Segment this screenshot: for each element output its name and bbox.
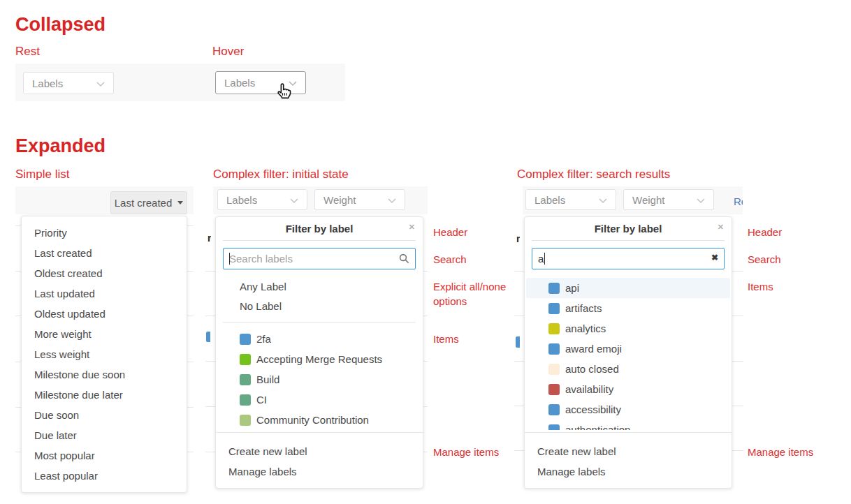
label-color-chip — [548, 283, 560, 294]
background-label-chip-fragment — [206, 332, 210, 342]
create-new-label-link[interactable]: Create new label — [525, 441, 732, 461]
annotation-search: Search — [748, 252, 781, 267]
sort-option[interactable]: Oldest created — [22, 263, 187, 283]
manage-labels-link[interactable]: Manage labels — [525, 461, 732, 482]
rest-state-label: Rest — [15, 45, 40, 59]
reset-labels-link-clipped[interactable]: Res — [734, 195, 743, 207]
label-name: Build — [256, 373, 279, 385]
clear-search-icon[interactable]: ✖ — [711, 253, 718, 262]
label-row[interactable]: auto closed — [526, 359, 730, 379]
label-name: auto closed — [565, 363, 619, 375]
sort-option[interactable]: Priority — [22, 223, 187, 243]
label-color-chip — [548, 364, 560, 375]
sort-option[interactable]: More weight — [22, 324, 187, 344]
panel-footer: Create new label Manage labels — [525, 432, 732, 488]
header-divider — [223, 240, 416, 241]
label-row-clipped[interactable]: authentication — [526, 420, 730, 430]
sort-option[interactable]: Most popular — [22, 445, 187, 466]
hand-pointer-cursor-icon — [275, 82, 293, 103]
manage-labels-link[interactable]: Manage labels — [216, 461, 423, 482]
filter-by-label-panel: Filter by label ✕ Any Label No Label — [215, 216, 423, 489]
sort-option[interactable]: Less weight — [22, 344, 187, 364]
search-labels-input[interactable] — [223, 248, 416, 269]
header-divider — [532, 240, 725, 241]
background-text-fragment: m — [208, 234, 211, 242]
expanded-heading: Expanded — [15, 135, 106, 156]
sort-dropdown-button[interactable]: Last created — [110, 191, 187, 214]
sort-option[interactable]: Due soon — [22, 405, 187, 425]
sort-option[interactable]: Milestone due soon — [22, 364, 187, 385]
label-name: artifacts — [565, 302, 602, 314]
label-name: Community Contribution — [256, 414, 369, 426]
label-search: ✖ — [532, 248, 725, 269]
label-color-chip — [240, 354, 251, 365]
label-row[interactable]: analytics — [526, 318, 730, 339]
label-row[interactable]: artifacts — [526, 298, 730, 318]
label-row[interactable]: Build — [217, 369, 421, 390]
labels-dropdown-button-rest[interactable]: Labels — [23, 72, 114, 94]
label-name: Accepting Merge Requests — [256, 353, 382, 365]
label-name: accessibility — [565, 403, 621, 415]
background-text-fragment: m — [516, 235, 520, 243]
sort-option[interactable]: Oldest updated — [22, 304, 187, 324]
sort-option[interactable]: Last created — [22, 243, 187, 263]
chevron-down-icon — [697, 194, 705, 206]
weight-filter-button[interactable]: Weight — [623, 189, 714, 210]
dropdown-design-spec-page: Collapsed Rest Hover Labels Labels Expan… — [0, 0, 851, 504]
search-icon — [399, 253, 409, 267]
label-items: 2fa Accepting Merge Requests Build CI Co… — [216, 329, 423, 430]
text-caret — [544, 253, 545, 265]
label-color-chip — [548, 323, 560, 334]
weight-filter-button[interactable]: Weight — [314, 189, 405, 210]
search-labels-input[interactable] — [532, 248, 725, 269]
annotation-all-none: Explicit all/none options — [433, 279, 516, 309]
label-color-chip — [240, 374, 251, 385]
weight-filter-label: Weight — [632, 194, 664, 206]
complex-filter-search-example: Res m Labels Weight Filter by label ✕ — [514, 186, 743, 500]
close-icon[interactable]: ✕ — [718, 223, 724, 232]
label-name: CI — [256, 394, 267, 406]
panel-footer: Create new label Manage labels — [216, 432, 423, 488]
sort-option[interactable]: Due later — [22, 425, 187, 445]
panel-title: Filter by label — [595, 223, 662, 235]
annotation-header: Header — [748, 225, 782, 239]
label-color-chip — [548, 404, 560, 415]
simple-list-label: Simple list — [15, 168, 69, 181]
label-row[interactable]: Accepting Merge Requests — [217, 349, 421, 369]
label-row[interactable]: accessibility — [526, 399, 730, 420]
annotation-items: Items — [748, 279, 773, 294]
label-color-chip — [548, 343, 560, 355]
label-color-chip — [240, 334, 251, 345]
labels-filter-button[interactable]: Labels — [217, 189, 307, 210]
label-name: authentication — [565, 424, 630, 430]
label-row[interactable]: availability — [526, 379, 730, 399]
sort-options-panel: Priority Last created Oldest created Las… — [21, 216, 187, 493]
any-label-option[interactable]: Any Label — [216, 277, 423, 297]
label-row-highlighted[interactable]: api — [526, 278, 730, 298]
complex-filter-initial-example: m Labels Weight Filter by label ✕ — [205, 186, 428, 500]
labels-filter-button[interactable]: Labels — [525, 189, 616, 210]
chevron-down-icon — [290, 194, 298, 206]
annotation-manage-items: Manage items — [433, 445, 499, 459]
label-row[interactable]: 2fa — [217, 329, 421, 349]
no-label-option[interactable]: No Label — [216, 297, 423, 316]
sort-option[interactable]: Least popular — [22, 466, 187, 486]
annotation-search: Search — [433, 252, 467, 267]
section-divider — [223, 322, 416, 323]
label-row[interactable]: Community Contribution — [217, 410, 421, 430]
chevron-down-icon — [599, 194, 607, 206]
labels-dropdown-label: Labels — [32, 77, 63, 89]
sort-option[interactable]: Last updated — [22, 283, 187, 304]
create-new-label-link[interactable]: Create new label — [216, 441, 423, 461]
label-row[interactable]: CI — [217, 390, 421, 410]
sort-option[interactable]: Milestone due later — [22, 385, 187, 405]
label-name: availability — [565, 383, 613, 395]
close-icon[interactable]: ✕ — [409, 223, 415, 232]
labels-filter-label: Labels — [534, 194, 565, 206]
label-color-chip — [240, 415, 251, 426]
label-row[interactable]: award emoji — [526, 339, 730, 359]
panel-header: Filter by label ✕ — [525, 217, 732, 240]
panel-title: Filter by label — [286, 223, 354, 235]
all-none-options: Any Label No Label — [216, 277, 423, 316]
label-color-chip — [548, 384, 560, 395]
